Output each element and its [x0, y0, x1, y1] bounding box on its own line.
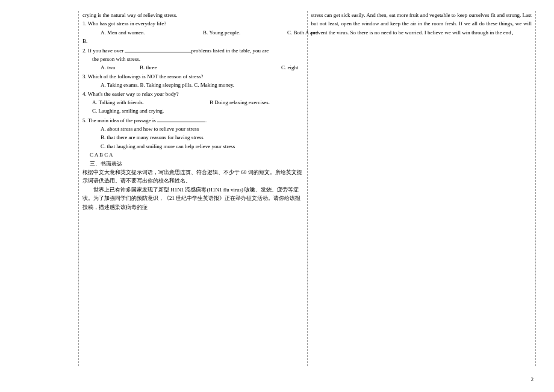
q4-opt-b: B Doing relaxing exercises. — [210, 98, 270, 107]
q2-options-row: A. two B. three C. eight — [82, 63, 303, 72]
right-column: stress can get sick easily. And then, ea… — [308, 11, 537, 366]
instruction-para: 根据中文大意和英文提示词语，写出意思连贯、符合逻辑、不少于 60 词的短文。所给… — [82, 168, 303, 185]
q4-row1: A. Talking with friends. B Doing relaxin… — [82, 98, 303, 107]
page-number: 2 — [531, 375, 534, 384]
left-column: crying is the natural way of relieving s… — [78, 11, 308, 366]
q2-opt-a: A. two — [101, 63, 140, 72]
q5-opt-a: A. about stress and how to relieve your … — [82, 125, 303, 133]
question-1: 1. Who has got stress in everyday life? — [82, 19, 303, 28]
question-3: 3. Which of the followings is NOT the re… — [82, 72, 303, 81]
q1-opt-c-cont: B. — [82, 37, 303, 45]
intro-line: crying is the natural way of relieving s… — [82, 11, 303, 19]
question-5: 5. The main idea of the passage is . — [82, 116, 303, 125]
q1-opt-a: A. Men and women. — [101, 28, 203, 37]
q2-opt-b: B. three — [140, 63, 281, 72]
q5-opt-b: B. that there are many reasons for havin… — [82, 133, 303, 142]
answer-key: C A B C A — [82, 151, 303, 159]
section-heading: 三、书面表达 — [82, 160, 303, 168]
q5-part-b: . — [205, 117, 207, 123]
q2-blank — [125, 46, 191, 52]
q4-opt-c: C. Laughing, smiling and crying. — [82, 107, 303, 115]
q2-part-a: 2. If you have over — [82, 48, 125, 54]
question-4: 4. What's the easier way to relax your b… — [82, 90, 303, 98]
q2-opt-c: C. eight — [281, 63, 299, 72]
q5-part-a: 5. The main idea of the passage is — [82, 117, 157, 123]
q3-options: A. Taking exams. B. Taking sleeping pill… — [82, 81, 303, 89]
question-2: 2. If you have over problems listed in t… — [82, 46, 303, 55]
q4-opt-a: A. Talking with friends. — [92, 98, 210, 107]
q2-part-b: problems listed in the table, you are — [191, 48, 269, 54]
q1-options-row: A. Men and women. B. Young people. C. Bo… — [82, 28, 303, 37]
essay-continuation: stress can get sick easily. And then, ea… — [311, 11, 532, 37]
q1-opt-b: B. Young people. — [203, 28, 287, 37]
q5-blank — [157, 116, 205, 122]
q5-opt-c: C. that laughing and smiling more can he… — [82, 142, 303, 151]
q2-cont: the person with stress. — [82, 55, 303, 63]
prompt-para: 世界上已有许多国家发现了新型 H1N1 流感病毒(H1N1 flu virus)… — [82, 185, 303, 211]
